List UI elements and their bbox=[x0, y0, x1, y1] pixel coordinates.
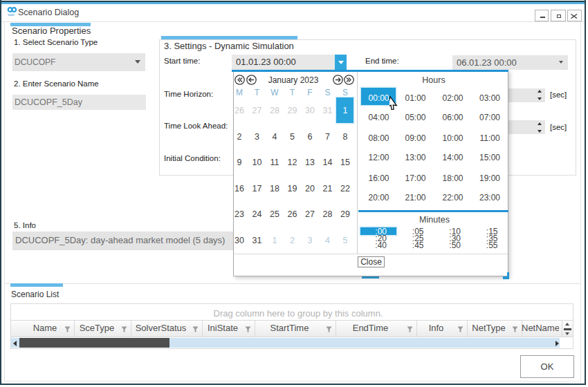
svg-text:SAM: SAM bbox=[8, 13, 15, 17]
